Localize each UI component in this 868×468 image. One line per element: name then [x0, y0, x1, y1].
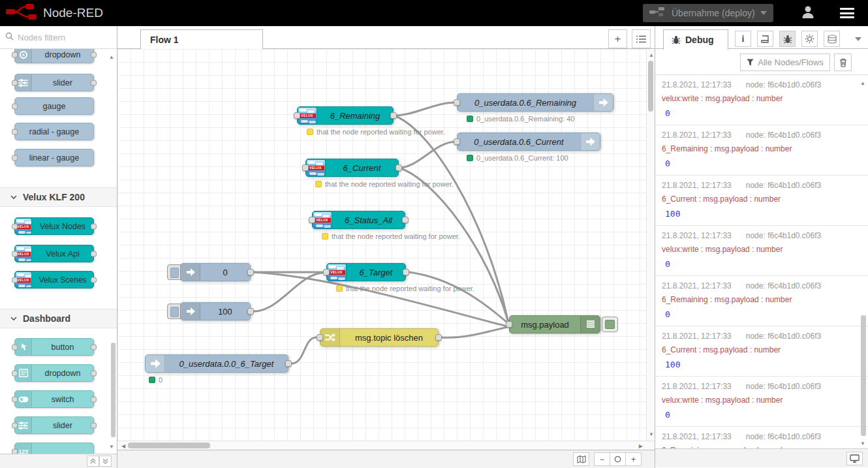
palette-node-velux-scenes[interactable]: Velux Scenes — [14, 271, 94, 289]
port[interactable] — [12, 277, 18, 283]
palette-category-dashboard[interactable]: Dashboard — [0, 309, 117, 328]
palette-node-radial-gauge[interactable]: radial - gauge — [14, 123, 94, 140]
port[interactable] — [12, 80, 18, 86]
port[interactable] — [12, 155, 18, 161]
palette-scrollbar-thumb[interactable] — [111, 343, 116, 437]
port[interactable] — [91, 422, 97, 428]
debug-message[interactable]: 21.8.2021, 12:17:33node: f6c4b1d0.c06f3 … — [655, 326, 868, 377]
open-debug-window-button[interactable] — [846, 452, 863, 465]
debug-scrollbar-thumb[interactable] — [861, 315, 866, 436]
wire[interactable] — [399, 142, 456, 168]
port[interactable] — [317, 334, 323, 341]
canvas-horizontal-scrollbar[interactable]: ◀ ▶ — [117, 441, 655, 450]
debug-message[interactable]: 21.8.2021, 12:17:33node: f6c4b1d0.c06f3 … — [655, 276, 868, 326]
node-out-current[interactable]: 0_userdata.0.6_Current — [457, 133, 600, 151]
wire[interactable] — [394, 102, 456, 116]
port[interactable] — [506, 321, 512, 328]
search-input[interactable] — [18, 33, 102, 42]
node-inject-100[interactable]: 100 — [180, 302, 251, 320]
palette-node-linear-gauge[interactable]: linear - gauge — [14, 149, 94, 166]
config-tab-button[interactable] — [801, 31, 818, 47]
palette-scroll-down-icon[interactable]: ▼ — [109, 444, 114, 450]
palette-node-velux-nodes[interactable]: Velux Nodes — [14, 217, 94, 235]
flow-canvas[interactable]: 6_Remaining that the node reported waiti… — [117, 49, 655, 441]
flow-list-button[interactable] — [632, 29, 651, 48]
clear-debug-button[interactable] — [834, 54, 852, 71]
debug-message-list[interactable]: ▲ ▼ 21.8.2021, 12:17:33node: f6c4b1d0.c0… — [655, 75, 868, 449]
port[interactable] — [12, 422, 18, 428]
port[interactable] — [285, 360, 292, 367]
node-6-status-all[interactable]: 6_Status_All — [312, 211, 405, 229]
palette-node-gauge[interactable]: gauge — [14, 97, 94, 115]
port[interactable] — [12, 52, 18, 57]
debug-message[interactable]: 21.8.2021, 12:17:33node: f6c4b1d0.c06f3 … — [655, 427, 868, 449]
node-change-msg-topic[interactable]: msg.topic löschen — [320, 328, 439, 347]
scroll-down-icon[interactable]: ▼ — [649, 431, 654, 437]
deploy-caret-icon[interactable] — [760, 11, 767, 15]
port[interactable] — [309, 217, 315, 223]
zoom-out-button[interactable]: − — [594, 452, 610, 466]
node-6-remaining[interactable]: 6_Remaining — [297, 106, 394, 125]
scroll-right-icon[interactable]: ▶ — [639, 443, 643, 449]
port[interactable] — [454, 99, 460, 106]
wire[interactable] — [442, 327, 507, 337]
debug-message[interactable]: 21.8.2021, 12:17:33node: f6c4b1d0.c06f3 … — [655, 75, 868, 125]
palette-node-slider[interactable]: slider — [14, 416, 94, 434]
palette-node-slider-top[interactable]: slider — [14, 74, 94, 91]
port[interactable] — [91, 344, 97, 350]
port[interactable] — [12, 251, 18, 257]
port[interactable] — [12, 344, 18, 350]
navigator-button[interactable] — [573, 452, 589, 466]
port[interactable] — [91, 52, 97, 57]
port[interactable] — [323, 269, 330, 275]
help-tab-button[interactable] — [757, 31, 773, 47]
add-flow-button[interactable]: + — [608, 29, 627, 48]
port[interactable] — [91, 370, 97, 376]
sidebar-menu-caret-icon[interactable] — [855, 37, 861, 41]
wire[interactable] — [399, 168, 508, 322]
info-tab-button[interactable]: i — [735, 31, 751, 47]
debug-enable-toggle[interactable] — [602, 317, 618, 332]
node-out-remaining[interactable]: 0_userdata.0.6_Remaining — [457, 93, 613, 112]
zoom-in-button[interactable]: + — [625, 452, 642, 466]
port[interactable] — [12, 370, 18, 376]
node-6-current[interactable]: 6_Current — [305, 159, 399, 177]
port[interactable] — [12, 103, 18, 109]
debug-message[interactable]: 21.8.2021, 12:17:33node: f6c4b1d0.c06f3 … — [655, 226, 868, 276]
port[interactable] — [91, 251, 97, 257]
scroll-down-icon[interactable]: ▼ — [860, 441, 865, 446]
port[interactable] — [454, 138, 460, 145]
inject-button[interactable] — [167, 304, 181, 319]
node-6-target[interactable]: 6_Target — [326, 263, 406, 281]
zoom-reset-button[interactable] — [610, 452, 626, 466]
port[interactable] — [91, 396, 97, 402]
port[interactable] — [12, 223, 18, 229]
canvas-vertical-scrollbar[interactable]: ▲ ▼ — [646, 49, 655, 441]
port[interactable] — [12, 129, 18, 134]
palette-node-numeric[interactable]: 123 — [14, 443, 94, 454]
port[interactable] — [390, 112, 397, 119]
debug-message[interactable]: 21.8.2021, 12:17:33node: f6c4b1d0.c06f3 … — [655, 125, 868, 176]
node-iobroker-in-target[interactable]: 0_userdata.0.0_6_Target — [145, 354, 288, 373]
port[interactable] — [12, 396, 18, 402]
palette-node-switch[interactable]: switch — [14, 390, 94, 408]
debug-tab-button[interactable] — [779, 31, 796, 47]
port[interactable] — [402, 217, 409, 223]
collapse-all-button[interactable] — [87, 456, 99, 467]
wire[interactable] — [292, 337, 316, 364]
palette-scroll-up-icon[interactable]: ▲ — [109, 54, 114, 60]
node-inject-0[interactable]: 0 — [180, 263, 251, 281]
port[interactable] — [403, 269, 409, 275]
tab-debug[interactable]: Debug — [663, 29, 728, 50]
scroll-up-icon[interactable]: ▲ — [649, 52, 654, 58]
scroll-up-icon[interactable]: ▲ — [860, 80, 865, 86]
scroll-left-icon[interactable]: ◀ — [121, 443, 125, 449]
palette-category-velux[interactable]: Velux KLF 200 — [0, 187, 117, 207]
port[interactable] — [395, 164, 402, 171]
port[interactable] — [91, 80, 97, 86]
palette-scroll-area[interactable]: ▲ ▼ dropdown slider gauge radial - gauge — [0, 49, 117, 454]
tab-flow-1[interactable]: Flow 1 — [140, 29, 263, 50]
debug-message[interactable]: 21.8.2021, 12:17:33node: f6c4b1d0.c06f3 … — [655, 176, 868, 226]
palette-node-button[interactable]: button — [14, 338, 94, 356]
main-menu-button[interactable] — [834, 3, 860, 23]
